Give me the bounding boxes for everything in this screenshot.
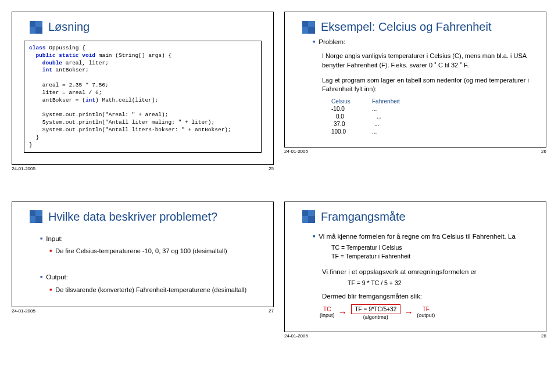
paragraph: I Norge angis vanligvis temperaturer i C… <box>322 52 534 70</box>
footer-date: 24-01-2005 <box>12 308 35 314</box>
slide-title: Hvilke data beskriver problemet? <box>48 210 217 224</box>
slide-footer: 24-01-2005 25 <box>12 166 274 171</box>
slide-27: Hvilke data beskriver problemet? ■Input:… <box>12 202 274 307</box>
arrow-icon: → <box>404 307 413 318</box>
table-cell: 0.0 <box>331 113 377 120</box>
arrow-icon: → <box>338 307 348 318</box>
input-label: ■Input: <box>40 234 262 244</box>
slide-number: 28 <box>541 333 546 339</box>
footer-date: 24-01-2005 <box>284 333 308 339</box>
slide-header: Løsning <box>30 20 262 34</box>
flow-input: (input) <box>320 312 335 318</box>
col-header: Fahrenheit <box>372 98 413 105</box>
flow-diagram: TC (input) → TF = 9*TC/5+32 (algoritme) … <box>320 304 534 320</box>
slide-25: Løsning class Oppussing { public static … <box>12 12 274 165</box>
slide-header: Framgangsmåte <box>302 210 534 224</box>
slide-header: Hvilke data beskriver problemet? <box>30 210 262 224</box>
input-text: ■De fire Celsius-temperaturene -10, 0, 3… <box>49 247 262 256</box>
flow-tc: TC <box>323 306 331 312</box>
celsius-table: CelsiusFahrenheit -10.0... 0.0... 37.0..… <box>331 98 534 135</box>
logo-icon <box>30 21 42 34</box>
slide-number: 27 <box>269 308 274 314</box>
tc-def: TC = Temperatur i Celsius <box>331 243 534 252</box>
table-cell: -10.0 <box>331 105 372 113</box>
flow-algorithm: (algoritme) <box>363 314 388 320</box>
formula: TF = 9 * TC / 5 + 32 <box>348 279 534 287</box>
slide-footer: 24-01-2005 28 <box>284 333 546 339</box>
paragraph: Dermed blir fremgangsmåten slik: <box>322 292 534 301</box>
slide-footer: 24-01-2005 26 <box>284 149 546 154</box>
output-text: ■De tilsvarende (konverterte) Fahrenheit… <box>49 286 262 295</box>
logo-icon <box>30 210 42 223</box>
slide-title: Eksempel: Celcius og Fahrenheit <box>321 20 491 34</box>
code-block: class Oppussing { public static void mai… <box>24 41 262 153</box>
table-cell: ... <box>372 128 413 135</box>
flow-tf: TF <box>423 306 430 312</box>
bullet-icon: ■ <box>49 287 52 292</box>
table-cell: ... <box>377 113 417 120</box>
slide-number: 26 <box>541 149 546 154</box>
bullet-icon: ■ <box>40 275 42 279</box>
paragraph: ■Vi må kjenne formelen for å regne om fr… <box>313 232 534 242</box>
output-label: ■Output: <box>40 272 262 282</box>
slide-number: 25 <box>269 166 274 171</box>
bullet-icon: ■ <box>313 234 315 238</box>
slide-title: Framgangsmåte <box>321 210 406 224</box>
slide-28: Framgangsmåte ■Vi må kjenne formelen for… <box>284 202 546 333</box>
flow-output: (output) <box>417 312 435 318</box>
table-cell: 100.0 <box>331 128 372 135</box>
table-cell: ... <box>372 105 413 113</box>
col-header: Celsius <box>331 98 372 105</box>
table-cell: 37.0 <box>331 120 374 128</box>
logo-icon <box>302 210 315 223</box>
footer-date: 24-01-2005 <box>12 166 35 171</box>
footer-date: 24-01-2005 <box>284 149 308 154</box>
slide-header: Eksempel: Celcius og Fahrenheit <box>302 20 534 34</box>
slide-footer: 24-01-2005 27 <box>12 308 274 314</box>
flow-formula-box: TF = 9*TC/5+32 <box>351 304 401 314</box>
tf-def: TF = Temperatur i Fahrenheit <box>331 252 534 261</box>
bullet-icon: ■ <box>313 39 315 44</box>
bullet-icon: ■ <box>49 249 52 253</box>
slide-title: Løsning <box>48 20 90 34</box>
slide-26: Eksempel: Celcius og Fahrenheit ■Problem… <box>284 12 546 148</box>
paragraph: Lag et program som lager en tabell som n… <box>322 76 534 95</box>
logo-icon <box>302 21 315 34</box>
table-cell: ... <box>374 120 415 128</box>
bullet-icon: ■ <box>40 236 42 240</box>
paragraph: Vi finner i et oppslagsverk at omregning… <box>322 267 534 277</box>
problem-label: ■Problem: <box>313 37 534 47</box>
